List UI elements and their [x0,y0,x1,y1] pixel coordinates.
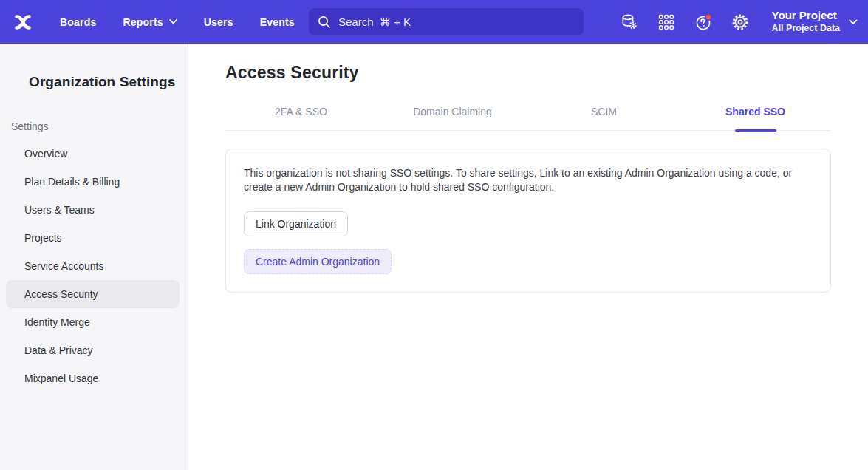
nav-right-group: Your Project All Project Data [620,0,858,44]
sidebar-item-users-teams[interactable]: Users & Teams [6,196,180,224]
settings-gear-button[interactable] [731,13,750,32]
sidebar-item-mixpanel-usage[interactable]: Mixpanel Usage [6,364,180,392]
data-management-button[interactable] [620,13,639,32]
tab-shared-sso[interactable]: Shared SSO [680,106,831,130]
sidebar-title: Organization Settings [29,74,188,90]
chevron-down-icon [169,19,177,24]
search-input[interactable] [338,16,575,28]
sidebar-item-overview[interactable]: Overview [6,140,180,168]
top-navigation-bar: Boards Reports Users Events [0,0,868,44]
nav-item-label: Reports [123,16,163,28]
page-shell: Organization Settings Settings Overview … [0,44,868,470]
help-button[interactable] [694,13,713,32]
apps-grid-icon [657,13,675,31]
mixpanel-logo[interactable] [12,11,34,33]
chevron-down-icon [849,19,858,25]
sidebar-item-service-accounts[interactable]: Service Accounts [6,252,180,280]
sidebar-item-identity-merge[interactable]: Identity Merge [6,308,180,336]
sidebar-section-label: Settings [11,120,188,132]
project-name: Your Project [772,9,840,23]
shared-sso-description: This organization is not sharing SSO set… [244,166,807,194]
mixpanel-logo-icon [12,11,34,33]
tab-domain-claiming[interactable]: Domain Claiming [377,106,528,130]
nav-item-label: Events [260,16,295,28]
nav-item-label: Users [204,16,233,28]
search-icon [318,16,331,29]
create-admin-organization-button[interactable]: Create Admin Organization [244,249,392,274]
project-selector-text: Your Project All Project Data [772,9,840,34]
help-icon [694,13,713,32]
notification-dot [705,14,711,20]
nav-item-reports[interactable]: Reports [123,16,177,28]
database-gear-icon [620,13,638,31]
nav-item-events[interactable]: Events [260,16,295,28]
nav-item-label: Boards [60,16,96,28]
project-selector[interactable]: Your Project All Project Data [772,9,858,34]
page-title: Access Security [225,63,831,83]
global-search[interactable] [309,8,584,35]
link-organization-button[interactable]: Link Organization [244,211,348,236]
sidebar-nav-list: Overview Plan Details & Billing Users & … [0,140,188,392]
sidebar-item-plan-details-billing[interactable]: Plan Details & Billing [6,168,180,196]
sidebar-item-access-security[interactable]: Access Security [6,280,180,308]
sidebar-item-data-privacy[interactable]: Data & Privacy [6,336,180,364]
settings-sidebar: Organization Settings Settings Overview … [0,44,188,470]
nav-item-boards[interactable]: Boards [60,16,96,28]
apps-grid-button[interactable] [657,13,676,32]
project-scope: All Project Data [772,23,840,35]
primary-nav: Boards Reports Users Events [60,16,295,28]
nav-item-users[interactable]: Users [204,16,233,28]
tab-2fa-sso[interactable]: 2FA & SSO [225,106,377,130]
gear-icon [731,13,750,32]
sidebar-item-projects[interactable]: Projects [6,224,180,252]
tab-bar: 2FA & SSO Domain Claiming SCIM Shared SS… [225,106,831,131]
shared-sso-card: This organization is not sharing SSO set… [225,149,831,293]
main-content: Access Security 2FA & SSO Domain Claimin… [188,44,868,470]
tab-scim[interactable]: SCIM [528,106,680,130]
